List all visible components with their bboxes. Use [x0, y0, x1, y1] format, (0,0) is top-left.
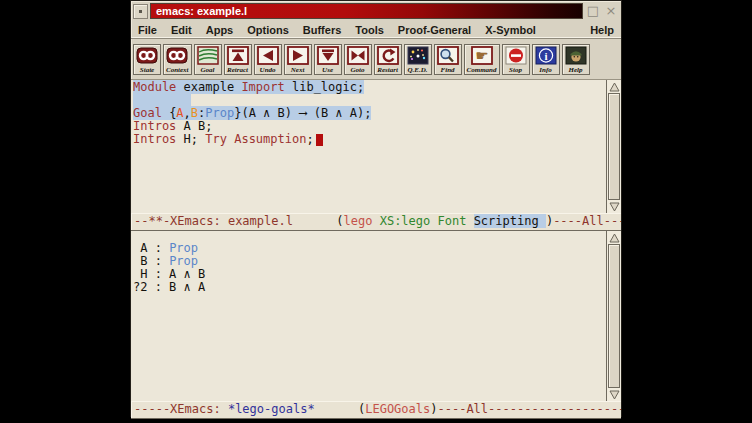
text-segment: [133, 93, 191, 107]
menu-x-symbol[interactable]: X-Symbol: [485, 24, 536, 36]
text-segment: XS:lego: [380, 214, 431, 228]
toolbar-button-goal[interactable]: Goal: [194, 44, 222, 75]
goal-picture-icon: [197, 46, 219, 65]
goto-icon: [347, 46, 369, 65]
toolbar-button-next[interactable]: Next: [284, 44, 312, 75]
toolbar-button-find[interactable]: Find: [434, 44, 462, 75]
text-segment: ?2 : B ∧ A: [133, 280, 205, 294]
toolbar-button-label: Undo: [260, 66, 276, 74]
text-segment: Scripting: [474, 214, 546, 228]
toolbar-button-undo[interactable]: Undo: [254, 44, 282, 75]
menu-help[interactable]: Help: [590, 24, 614, 36]
find-icon: [437, 46, 459, 65]
script-scrollbar[interactable]: [606, 80, 621, 213]
toolbar-button-label: Retract: [227, 66, 248, 74]
text-segment: Intros: [133, 119, 176, 133]
script-mode-line[interactable]: --**-XEmacs: example.l (lego XS:lego Fon…: [131, 213, 621, 231]
toolbar-button-label: Stop: [509, 66, 522, 74]
scroll-down-icon[interactable]: [608, 201, 620, 212]
toolbar-button-label: Help: [569, 66, 583, 74]
toolbar-button-label: Info: [539, 66, 551, 74]
toolbar-button-qed[interactable]: Q.E.D.: [404, 44, 432, 75]
toolbar-button-restart[interactable]: Restart: [374, 44, 402, 75]
svg-text:i: i: [544, 50, 547, 62]
retract-icon: [227, 46, 249, 65]
menu-file[interactable]: File: [138, 24, 157, 36]
toolbar-button-label: Q.E.D.: [408, 66, 428, 74]
toolbar-button-label: Restart: [377, 66, 398, 74]
text-segment: Prop: [169, 254, 198, 268]
goals-mode-line[interactable]: -----XEmacs: *lego-goals* (LEGOGoals)---…: [131, 401, 621, 419]
command-icon: ☛: [471, 46, 493, 65]
toolbar-button-context[interactable]: Context: [163, 44, 192, 75]
toolbar-button-info[interactable]: iInfo: [532, 44, 560, 75]
text-segment: [293, 214, 336, 228]
menu-tools[interactable]: Tools: [355, 24, 384, 36]
toolbar-button-use[interactable]: Use: [314, 44, 342, 75]
close-button[interactable]: ×: [603, 4, 619, 18]
text-segment: lego: [344, 214, 373, 228]
text-segment: Module: [133, 80, 176, 94]
toolbar-button-label: Command: [467, 66, 497, 74]
maximize-button[interactable]: □: [585, 4, 601, 18]
menu-bar: FileEditAppsOptionsBuffersToolsProof-Gen…: [131, 21, 621, 39]
menu-options[interactable]: Options: [247, 24, 289, 36]
window-menu-dot-icon: [139, 10, 142, 13]
text-segment: Try: [205, 132, 227, 146]
text-segment: [430, 214, 437, 228]
text-segment: ----All--------: [553, 214, 621, 228]
title-bar[interactable]: emacs: example.l □ ×: [131, 1, 621, 21]
menu-buffers[interactable]: Buffers: [303, 24, 342, 36]
toolbar-button-label: Goal: [201, 66, 215, 74]
text-segment: [466, 214, 473, 228]
menu-apps[interactable]: Apps: [206, 24, 234, 36]
stop-icon: [505, 46, 527, 65]
text-segment: *lego-goals*: [228, 402, 315, 416]
text-segment: B :: [133, 254, 169, 268]
xemacs-window: emacs: example.l □ × FileEditAppsOptions…: [130, 0, 622, 417]
window-title: emacs: example.l: [150, 3, 583, 19]
goals-scrollbar[interactable]: [606, 231, 621, 401]
window-menu-button[interactable]: [133, 4, 148, 19]
scroll-down-icon[interactable]: [608, 389, 620, 400]
scroll-up-icon[interactable]: [608, 232, 620, 243]
eyes-icon: [136, 46, 158, 65]
toolbar-button-help[interactable]: Help: [562, 44, 590, 75]
goals-buffer-text[interactable]: A : Prop B : Prop H : A ∧ B?2 : B ∧ A: [131, 231, 606, 401]
text-segment: A B;: [176, 119, 212, 133]
text-segment: ;: [306, 132, 313, 146]
script-buffer-text[interactable]: Module example Import lib_logic; Goal {A…: [131, 80, 606, 213]
restart-icon: [377, 46, 399, 65]
buffer-line: A : Prop: [133, 242, 606, 255]
text-segment: [315, 402, 358, 416]
toolbar-button-state[interactable]: State: [133, 44, 161, 75]
help-icon: [565, 46, 587, 65]
text-segment: lib_logic;: [285, 80, 364, 94]
text-segment: Assumption: [234, 132, 306, 146]
text-segment: (: [336, 214, 343, 228]
buffer-line: ?2 : B ∧ A: [133, 281, 606, 294]
text-segment: -----XEmacs:: [134, 402, 228, 416]
use-icon: [317, 46, 339, 65]
toolbar-button-goto[interactable]: Goto: [344, 44, 372, 75]
toolbar-button-command[interactable]: ☛Command: [464, 44, 500, 75]
text-segment: H;: [176, 132, 205, 146]
eyes-icon: [166, 46, 188, 65]
scroll-up-icon[interactable]: [608, 81, 620, 92]
toolbar-button-label: Find: [441, 66, 455, 74]
text-segment: A: [176, 106, 183, 120]
text-segment: A :: [133, 241, 169, 255]
text-segment: [372, 214, 379, 228]
menu-proof-general[interactable]: Proof-General: [398, 24, 471, 36]
toolbar-button-retract[interactable]: Retract: [224, 44, 252, 75]
menu-edit[interactable]: Edit: [171, 24, 192, 36]
scrollbar-thumb[interactable]: [608, 93, 620, 200]
text-segment: LEGOGoals: [365, 402, 430, 416]
toolbar-button-label: Context: [166, 66, 189, 74]
scrollbar-thumb[interactable]: [608, 244, 620, 388]
toolbar-button-stop[interactable]: Stop: [502, 44, 530, 75]
svg-text:☛: ☛: [475, 46, 488, 64]
text-segment: Prop: [205, 106, 234, 120]
text-segment: B: [191, 106, 198, 120]
text-cursor: [316, 134, 323, 146]
